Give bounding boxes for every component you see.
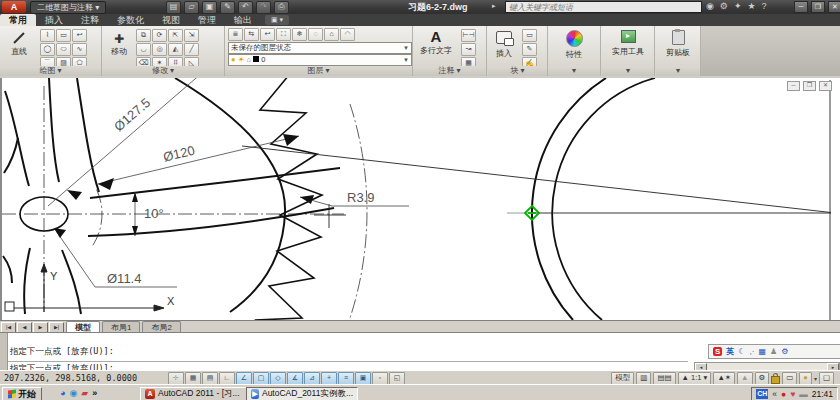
rectangle-icon[interactable]: ▭ bbox=[56, 29, 71, 42]
layer-off-icon[interactable]: ◌ bbox=[308, 28, 323, 41]
doc-minimize-icon[interactable]: ─ bbox=[787, 81, 800, 91]
layer-color-swatch[interactable] bbox=[253, 56, 259, 62]
ime-english-icon[interactable]: 英 bbox=[726, 346, 734, 357]
dimension-icon[interactable]: ⊢⊣ bbox=[461, 29, 476, 42]
communication-icon[interactable]: ✦ bbox=[734, 1, 742, 11]
saveas-icon[interactable]: ✎ bbox=[220, 1, 235, 14]
plot-icon[interactable]: ⎙ bbox=[274, 1, 289, 14]
open-icon[interactable]: ▱ bbox=[184, 1, 199, 14]
fillet-icon[interactable]: ◡ bbox=[136, 43, 151, 56]
help-icon[interactable]: ? bbox=[762, 1, 767, 11]
panel-draw-footer[interactable]: 绘图 ▾ bbox=[0, 66, 101, 76]
undo-icon[interactable]: ↶ bbox=[238, 1, 253, 14]
clipboard-button[interactable]: 剪贴板 bbox=[659, 30, 697, 58]
ime-user-icon[interactable]: ♟ bbox=[770, 347, 777, 356]
panel-properties-footer[interactable]: ▾ bbox=[548, 66, 600, 76]
offset-icon[interactable]: ◎ bbox=[152, 43, 167, 56]
ime-punct-icon[interactable]: ,· bbox=[750, 347, 755, 356]
language-indicator[interactable]: CH bbox=[756, 389, 768, 399]
status-menu-arrow-icon[interactable]: ▾ bbox=[814, 375, 817, 382]
layer-properties-icon[interactable]: ≣ bbox=[228, 28, 243, 41]
create-block-icon[interactable]: ▭ bbox=[522, 29, 537, 42]
mtext-button[interactable]: A 多行文字 bbox=[416, 28, 456, 56]
infocenter-expand-icon[interactable]: ▸ bbox=[492, 2, 496, 10]
start-button[interactable]: 开始 bbox=[2, 387, 42, 400]
rotate-icon[interactable]: ⟳ bbox=[152, 29, 167, 42]
properties-button[interactable]: 特性 bbox=[556, 30, 592, 60]
save-icon[interactable]: ▣ bbox=[202, 1, 217, 14]
trim-icon[interactable]: ╱ bbox=[184, 43, 199, 56]
layer-on-icon[interactable]: ● bbox=[231, 55, 236, 64]
ellipse-icon[interactable]: ⬭ bbox=[56, 43, 71, 56]
autocad-logo[interactable]: A bbox=[2, 1, 26, 13]
layer-lock-icon[interactable]: ⌂ bbox=[324, 28, 339, 41]
minimize-button[interactable]: ─ bbox=[794, 1, 808, 13]
search-binoculars-icon[interactable]: ◉ bbox=[706, 1, 714, 11]
panel-block-footer[interactable]: 块 ▾ bbox=[488, 66, 547, 76]
doc-close-icon[interactable]: ✕ bbox=[819, 81, 832, 91]
tab-annotate[interactable]: 注释 bbox=[72, 14, 108, 26]
tray-security-icon[interactable]: ♥ bbox=[790, 389, 795, 399]
ime-keyboard-icon[interactable]: ▦ bbox=[758, 347, 766, 356]
layer-isolate-icon[interactable]: ⛶ bbox=[276, 28, 291, 41]
ime-sogou-icon[interactable]: S bbox=[713, 347, 722, 356]
tray-red-icon[interactable]: ● bbox=[781, 389, 786, 399]
ribbon-options-icon[interactable]: ▣ ▾ bbox=[265, 15, 289, 25]
layer-match-icon[interactable]: ⇆ bbox=[244, 28, 259, 41]
taskbar-item-tutorial[interactable]: ▶ AutoCAD_2011实例教... bbox=[246, 387, 358, 400]
tab-output[interactable]: 输出 bbox=[225, 14, 261, 26]
ime-moon-icon[interactable]: ☾ bbox=[738, 347, 745, 356]
insert-block-button[interactable]: 插入 bbox=[490, 31, 518, 59]
quicklaunch-icon-3[interactable]: ▰ bbox=[81, 388, 88, 398]
quicklaunch-icon-1[interactable]: ◕ bbox=[60, 388, 65, 398]
revision-cloud-icon[interactable]: ↩ bbox=[72, 29, 87, 42]
panel-modify-footer[interactable]: 修改 ▾ bbox=[102, 66, 224, 76]
tray-chevron-icon[interactable]: « bbox=[772, 389, 777, 399]
doc-restore-icon[interactable]: ❐ bbox=[803, 81, 816, 91]
taskbar-item-autocad[interactable]: A AutoCAD 2011 - [习... bbox=[140, 387, 250, 400]
layer-unlocked-icon[interactable]: ⌂ bbox=[246, 55, 251, 64]
stretch-icon[interactable]: ⇱ bbox=[168, 29, 183, 42]
ime-wrench-icon[interactable]: ⚙ bbox=[781, 347, 788, 356]
panel-annotate-footer[interactable]: 注释 ▾ bbox=[413, 66, 486, 76]
edit-block-icon[interactable]: ✎ bbox=[522, 43, 537, 56]
tab-home[interactable]: 常用 bbox=[0, 14, 36, 26]
tab-parametric[interactable]: 参数化 bbox=[108, 14, 153, 26]
layer-freeze-icon[interactable]: ❄ bbox=[292, 28, 307, 41]
move-button[interactable]: ✚ 移动 bbox=[105, 32, 133, 57]
new-icon[interactable]: ▤ bbox=[166, 1, 181, 14]
workspace-switcher[interactable]: 二维草图与注释 ▾ bbox=[30, 1, 106, 14]
circle-icon[interactable]: ◯ bbox=[40, 43, 55, 56]
utilities-button[interactable]: ▸ 实用工具 bbox=[605, 30, 651, 57]
leader-icon[interactable]: ↝ bbox=[461, 43, 476, 56]
tab-manage[interactable]: 管理 bbox=[189, 14, 225, 26]
drawing-area[interactable]: Ø127.5 Ø120 10° Ø11.4 R3.9 Y X ─ ❐ ✕ bbox=[0, 78, 840, 320]
layer-prev-icon[interactable]: ↩ bbox=[260, 28, 275, 41]
quicklaunch-icon-2[interactable]: ◉ bbox=[69, 388, 77, 398]
mirror-icon[interactable]: ◭ bbox=[168, 43, 183, 56]
toolbar-lock-icon[interactable] bbox=[771, 376, 780, 384]
restore-button[interactable]: ❐ bbox=[811, 1, 825, 13]
quicklaunch-more[interactable]: » bbox=[92, 388, 97, 398]
layer-state-dropdown[interactable]: 未保存的图层状态▼ bbox=[228, 42, 412, 54]
polyline-icon[interactable]: ⌇ bbox=[40, 29, 55, 42]
ime-language-bar[interactable]: S 英 ☾ ,· ▦ ♟ ⚙ bbox=[708, 344, 840, 359]
favorites-star-icon[interactable]: ★ bbox=[747, 1, 755, 11]
tab-insert[interactable]: 插入 bbox=[36, 14, 72, 26]
tray-display-icon[interactable]: ▬ bbox=[799, 389, 808, 399]
tab-view[interactable]: 视图 bbox=[153, 14, 189, 26]
scale-icon[interactable]: ⇲ bbox=[184, 29, 199, 42]
panel-clipboard-footer[interactable]: ▾ bbox=[656, 66, 700, 76]
command-window-grip[interactable] bbox=[0, 333, 8, 371]
redo-icon[interactable]: ↷ bbox=[256, 1, 271, 14]
panel-layers-footer[interactable]: 图层 ▾ bbox=[225, 66, 412, 76]
close-button[interactable]: ✕ bbox=[828, 1, 840, 13]
line-button[interactable]: 直线 bbox=[4, 30, 34, 57]
layer-sun-icon[interactable]: ☀ bbox=[238, 55, 245, 64]
spline-icon[interactable]: ∿ bbox=[72, 43, 87, 56]
panel-utilities-footer[interactable]: ▾ bbox=[602, 66, 654, 76]
layer-dropdown[interactable]: ● ☀ ⌂ 0▼ bbox=[228, 54, 412, 66]
search-input[interactable] bbox=[506, 2, 707, 12]
clock[interactable]: 21:41 bbox=[812, 389, 833, 399]
copy-icon[interactable]: ⧉ bbox=[136, 29, 151, 42]
